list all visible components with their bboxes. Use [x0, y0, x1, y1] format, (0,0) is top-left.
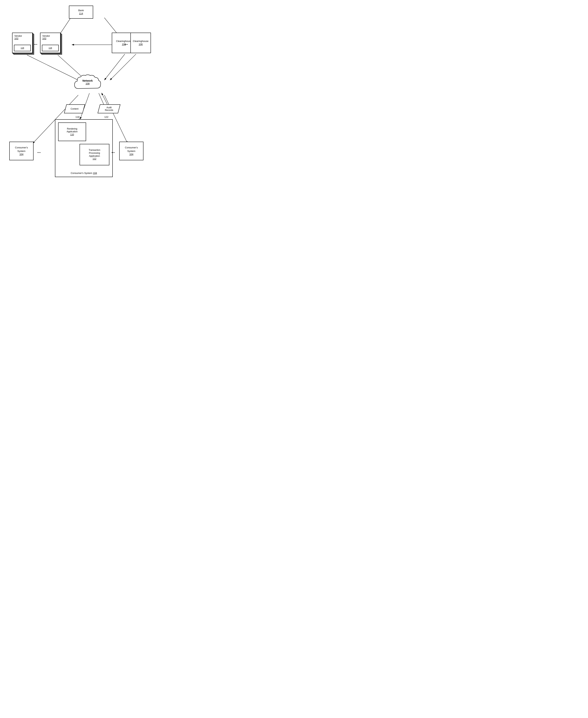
content-label: Content: [70, 107, 79, 110]
network-label: Network: [73, 79, 103, 82]
network-cloud: Network 108: [73, 74, 103, 95]
audit-records-shape: AuditRecords: [99, 104, 119, 113]
consumers-system-center-label: Consumer's System 104: [70, 172, 97, 175]
consumers-system-left-label: Consumer'sSystem: [15, 146, 28, 153]
audit-records-label: AuditRecords: [105, 106, 113, 112]
ref-118-label: 118: [76, 116, 80, 118]
ellipsis-vendors: ...: [34, 41, 37, 46]
svg-line-6: [110, 54, 136, 80]
consumers-system-left-ref: 104: [19, 153, 23, 156]
vendor2-box: 118 Vendor 102: [40, 33, 61, 53]
consumers-system-left-box: Consumer'sSystem 104: [9, 142, 34, 160]
vendor1-ref: 102: [14, 37, 18, 40]
vendor2-inner-ref: 118: [49, 47, 52, 49]
svg-line-8: [27, 55, 80, 81]
rendering-app-ref: 110: [70, 133, 74, 136]
vendor1-inner-ref: 118: [21, 47, 24, 49]
bank-ref: 114: [79, 12, 83, 15]
diagram: Bank 114 118 Vendor 102 118 Vendor 102 C…: [0, 0, 153, 186]
clearinghouse2-ref: 106: [139, 43, 143, 46]
vendor2-ref: 102: [42, 37, 46, 40]
svg-line-5: [104, 54, 125, 80]
consumers-system-center-box: RenderingApplication 110 TransactionProc…: [55, 119, 113, 177]
consumers-system-right-ref: 104: [129, 153, 133, 156]
rendering-app-label: RenderingApplication: [67, 127, 78, 133]
ellipsis-clearinghouses: ...: [124, 41, 128, 46]
clearinghouse2-label: Clearinghouse: [133, 40, 148, 43]
network-ref: 108: [73, 82, 103, 85]
rendering-app-box: RenderingApplication 110: [58, 122, 86, 141]
consumers-system-right-label: Consumer'sSystem: [125, 146, 138, 153]
clearinghouse2-box: Clearinghouse 106: [130, 33, 151, 53]
ellipsis-consumers-left: ...: [37, 149, 41, 154]
ref-122-label: 122: [104, 116, 108, 118]
consumers-system-right-box: Consumer'sSystem 104: [119, 142, 144, 160]
bank-box: Bank 114: [69, 6, 93, 19]
transaction-app-ref: 112: [92, 158, 96, 161]
vendor1-box: 118 Vendor 102: [12, 33, 33, 53]
bank-label: Bank: [78, 9, 84, 12]
clearinghouse1-label: Clearinghouse: [116, 40, 132, 43]
transaction-app-box: TransactionProcessingApplication 112: [80, 144, 109, 165]
ellipsis-consumers-right: ...: [111, 149, 115, 154]
content-shape: Content: [65, 104, 84, 113]
transaction-app-label: TransactionProcessingApplication: [89, 149, 100, 158]
